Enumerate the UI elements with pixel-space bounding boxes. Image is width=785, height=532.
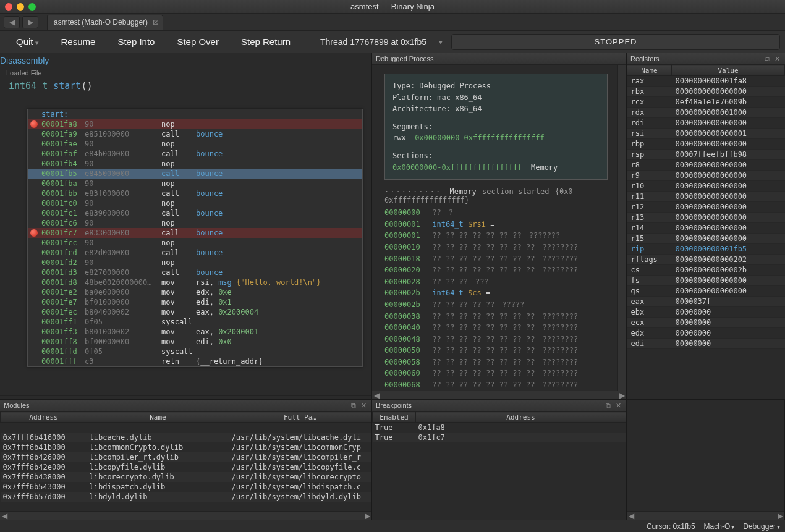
asm-row[interactable]: 00001fbbe83f000000callbounce xyxy=(28,188,362,198)
close-icon[interactable]: ✕ xyxy=(614,402,622,410)
breakpoint-marker[interactable] xyxy=(30,259,38,266)
view-mode-disassembly[interactable]: Disassembly xyxy=(0,53,371,65)
asm-row[interactable]: 00001ff10f05syscall xyxy=(28,317,362,327)
asm-row[interactable]: 00001fa9e851000000callbounce xyxy=(28,129,362,139)
step-into-button[interactable]: Step Into xyxy=(106,33,166,51)
register-row[interactable]: gs0000000000000000 xyxy=(627,286,785,297)
view-type-select[interactable]: Mach-O▾ xyxy=(704,522,735,531)
breakpoint-marker[interactable] xyxy=(30,338,38,345)
thread-dropdown-icon[interactable]: ▾ xyxy=(435,38,446,46)
register-row[interactable]: r120000000000000000 xyxy=(627,202,785,213)
register-row[interactable]: fs0000000000000000 xyxy=(627,276,785,286)
asm-row[interactable]: 00001ff3b801000002moveax, 0x2000001 xyxy=(28,327,362,337)
breakpoint-marker[interactable] xyxy=(30,279,38,286)
register-row[interactable]: r150000000000000000 xyxy=(627,234,785,244)
breakpoint-marker[interactable] xyxy=(30,298,38,306)
breakpoint-marker[interactable] xyxy=(30,348,38,355)
resume-button[interactable]: Resume xyxy=(50,33,107,51)
file-tab[interactable]: asmtest (Mach-O Debugger) ⊠ xyxy=(47,15,163,30)
register-row[interactable]: r100000000000000000 xyxy=(627,181,785,192)
register-row[interactable]: edi00000000 xyxy=(627,339,785,349)
register-row[interactable]: r90000000000000000 xyxy=(627,171,785,181)
asm-row[interactable]: 00001fc7e833000000callbounce xyxy=(28,228,362,238)
register-row[interactable]: eax0000037f xyxy=(627,297,785,307)
nav-back-button[interactable]: ◀ xyxy=(4,16,20,28)
asm-row[interactable]: 00001fc690nop xyxy=(28,218,362,228)
asm-row[interactable]: 00001fe2ba0e000000movedx, 0xe xyxy=(28,287,362,297)
breakpoints-table[interactable]: EnabledAddressTrue0x1fa8True0x1fc7 xyxy=(372,412,626,442)
breakpoint-marker[interactable] xyxy=(30,150,38,158)
register-row[interactable]: rsi0000000000000001 xyxy=(627,129,785,139)
asm-row[interactable]: 00001fa890nop xyxy=(28,119,362,129)
register-row[interactable]: rflags0000000000000202 xyxy=(627,255,785,265)
breakpoint-marker[interactable] xyxy=(30,358,38,365)
close-icon[interactable]: ✕ xyxy=(359,402,368,410)
asm-row[interactable]: 00001fba90nop xyxy=(28,179,362,188)
registers-table[interactable]: NameValuerax0000000000001fa8rbx000000000… xyxy=(627,65,785,349)
horizontal-scrollbar[interactable]: ◀ ▶ xyxy=(372,391,626,399)
module-row[interactable]: 0x7fff6b42e000libcopyfile.dylib/usr/lib/… xyxy=(1,462,371,472)
asm-row[interactable]: 00001ffd0f05syscall xyxy=(28,347,362,357)
module-row[interactable]: 0x7fff6b41b000libcommonCrypto.dylib/usr/… xyxy=(1,442,371,452)
breakpoint-marker[interactable] xyxy=(30,200,38,207)
breakpoint-marker[interactable] xyxy=(30,209,38,217)
register-row[interactable]: r80000000000000000 xyxy=(627,160,785,171)
register-row[interactable]: rbx0000000000000000 xyxy=(627,87,785,97)
breakpoint-marker[interactable] xyxy=(30,308,38,316)
breakpoint-marker[interactable] xyxy=(30,180,38,187)
asm-row[interactable]: 00001fecb804000002moveax, 0x2000004 xyxy=(28,307,362,317)
breakpoint-marker[interactable] xyxy=(30,229,38,237)
breakpoint-marker[interactable] xyxy=(30,190,38,197)
quit-button[interactable]: Quit▾ xyxy=(5,33,50,51)
module-row[interactable]: 0x7fff6b426000libcompiler_rt.dylib/usr/l… xyxy=(1,452,371,462)
breakpoint-marker[interactable] xyxy=(30,140,38,148)
asm-row[interactable]: 00001fc1e839000000callbounce xyxy=(28,208,362,218)
undock-icon[interactable]: ⧉ xyxy=(763,55,771,63)
step-return-button[interactable]: Step Return xyxy=(230,33,302,51)
horizontal-scrollbar[interactable]: ◀▶ xyxy=(627,511,784,520)
breakpoint-marker[interactable] xyxy=(30,120,38,128)
breakpoint-marker[interactable] xyxy=(30,239,38,247)
modules-table[interactable]: AddressNameFull Pa… 0x7fff6b416000libcac… xyxy=(0,412,371,502)
step-over-button[interactable]: Step Over xyxy=(166,33,230,51)
asm-row[interactable]: 00001fe7bf01000000movedi, 0x1 xyxy=(28,297,362,307)
asm-listing[interactable]: start:00001fa890nop00001fa9e851000000cal… xyxy=(27,109,363,367)
mode-select[interactable]: Debugger▾ xyxy=(743,522,780,531)
breakpoint-marker[interactable] xyxy=(30,289,38,296)
register-row[interactable]: rsp00007ffeefbffb98 xyxy=(627,150,785,160)
register-row[interactable]: rcx0ef48a1e1e76009b xyxy=(627,97,785,108)
register-row[interactable]: ebx00000000 xyxy=(627,307,785,318)
register-row[interactable]: r140000000000000000 xyxy=(627,223,785,234)
undock-icon[interactable]: ⧉ xyxy=(604,402,613,410)
asm-row[interactable]: 00001fc090nop xyxy=(28,198,362,208)
asm-row[interactable]: 00001fd848be0020000000…movrsi, msg {"Hel… xyxy=(28,277,362,287)
breakpoint-marker[interactable] xyxy=(30,249,38,256)
asm-row[interactable]: 00001fd290nop xyxy=(28,258,362,268)
breakpoint-marker[interactable] xyxy=(30,318,38,326)
register-row[interactable]: ecx00000000 xyxy=(627,318,785,328)
breakpoint-marker[interactable] xyxy=(30,170,38,177)
breakpoint-marker[interactable] xyxy=(30,219,38,227)
scroll-left-icon[interactable]: ◀ xyxy=(372,391,381,399)
horizontal-scrollbar[interactable]: ◀▶ xyxy=(0,511,371,520)
undock-icon[interactable]: ⧉ xyxy=(349,402,358,410)
breakpoint-marker[interactable] xyxy=(30,328,38,336)
register-row[interactable]: edx00000000 xyxy=(627,328,785,339)
asm-row[interactable]: 00001fae90nop xyxy=(28,139,362,149)
register-row[interactable]: rbp0000000000000000 xyxy=(627,139,785,150)
asm-row[interactable]: 00001ff8bf00000000movedi, 0x0 xyxy=(28,337,362,347)
breakpoint-marker[interactable] xyxy=(30,130,38,138)
register-row[interactable]: r110000000000000000 xyxy=(627,192,785,202)
register-row[interactable]: rdi0000000000000000 xyxy=(627,118,785,129)
asm-row[interactable]: 00001fcc90nop xyxy=(28,238,362,248)
module-row[interactable]: 0x7fff6b57d000libdyld.dylib/usr/lib/syst… xyxy=(1,492,371,502)
register-row[interactable]: rip0000000000001fb5 xyxy=(627,244,785,255)
asm-row[interactable]: 00001fd3e827000000callbounce xyxy=(28,268,362,277)
breakpoint-marker[interactable] xyxy=(30,269,38,276)
breakpoint-row[interactable]: True0x1fc7 xyxy=(373,433,626,442)
module-row[interactable]: 0x7fff6b416000libcache.dylib/usr/lib/sys… xyxy=(1,433,371,442)
module-row[interactable]: 0x7fff6b543000libdispatch.dylib/usr/lib/… xyxy=(1,482,371,492)
memory-hex-view[interactable]: 00000000 ???00000001 int64_t $rsi =00000… xyxy=(384,207,615,391)
vertical-scrollbar[interactable] xyxy=(617,65,626,391)
nav-forward-button[interactable]: ▶ xyxy=(22,16,38,28)
